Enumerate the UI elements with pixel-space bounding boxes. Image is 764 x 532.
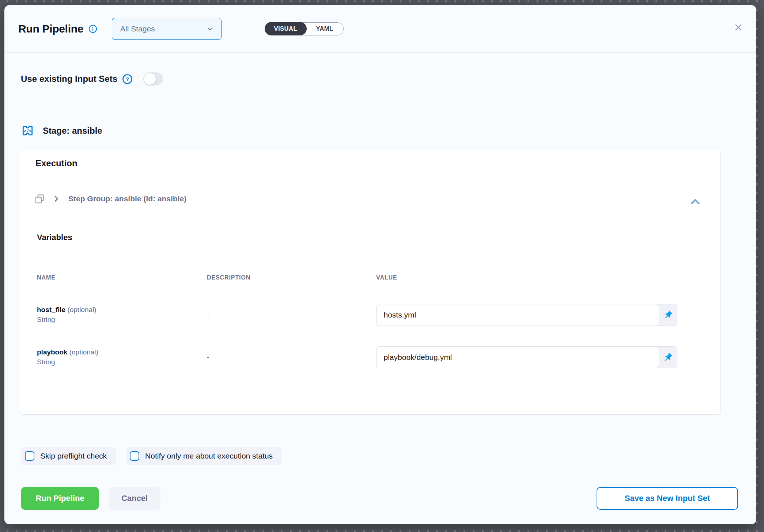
stage-selector-value: All Stages bbox=[120, 24, 155, 33]
tab-yaml[interactable]: YAML bbox=[306, 23, 343, 35]
skip-preflight-checkbox[interactable] bbox=[25, 451, 34, 461]
table-row: playbook (optional) String - bbox=[37, 346, 720, 389]
table-header-row: NAME DESCRIPTION VALUE bbox=[37, 274, 720, 281]
use-existing-input-sets-label: Use existing Input Sets bbox=[21, 74, 117, 84]
pin-input-type-button[interactable] bbox=[659, 304, 677, 326]
execution-options-row: Skip preflight check Notify only me abou… bbox=[21, 447, 282, 465]
playbook-input[interactable] bbox=[376, 346, 659, 368]
visual-yaml-toggle: VISUAL YAML bbox=[265, 22, 344, 35]
dialog-footer: Run Pipeline Cancel Save as New Input Se… bbox=[21, 487, 738, 510]
variable-type: String bbox=[37, 357, 207, 367]
skip-preflight-label: Skip preflight check bbox=[40, 452, 107, 460]
page-title: Run Pipeline bbox=[18, 23, 83, 35]
chevron-down-icon bbox=[206, 24, 215, 33]
variables-table: NAME DESCRIPTION VALUE host_file (option… bbox=[19, 274, 720, 389]
variable-name-cell: host_file (optional) String bbox=[37, 304, 207, 325]
svg-text:</>: </> bbox=[24, 129, 31, 134]
info-icon[interactable] bbox=[88, 24, 97, 33]
notify-only-me-checkbox[interactable] bbox=[130, 451, 139, 461]
variable-value-cell bbox=[376, 346, 720, 368]
svg-text:?: ? bbox=[126, 76, 129, 82]
stage-selector-dropdown[interactable]: All Stages bbox=[112, 18, 222, 40]
use-existing-input-sets-row: Use existing Input Sets ? bbox=[21, 60, 163, 98]
stage-title: Stage: ansible bbox=[43, 126, 102, 136]
cancel-button[interactable]: Cancel bbox=[109, 487, 160, 510]
host-file-input[interactable] bbox=[376, 304, 659, 326]
notify-only-me-option[interactable]: Notify only me about execution status bbox=[126, 447, 282, 465]
table-row: host_file (optional) String - bbox=[37, 304, 720, 346]
column-header-value: VALUE bbox=[376, 274, 720, 281]
step-group-row[interactable]: Step Group: ansible (Id: ansible) bbox=[34, 193, 186, 204]
collapse-section-button[interactable] bbox=[688, 195, 702, 209]
column-header-name: NAME bbox=[37, 274, 207, 281]
variable-description-cell: - bbox=[207, 346, 376, 361]
variable-name: playbook bbox=[37, 348, 67, 356]
variable-name-cell: playbook (optional) String bbox=[37, 346, 207, 367]
tab-visual[interactable]: VISUAL bbox=[265, 22, 307, 35]
save-as-new-input-set-button[interactable]: Save as New Input Set bbox=[597, 487, 738, 510]
execution-card: Execution Step Group: ansible (Id: ansib… bbox=[19, 150, 721, 415]
run-pipeline-button[interactable]: Run Pipeline bbox=[21, 487, 99, 510]
variable-value-cell bbox=[376, 304, 720, 326]
notify-only-me-label: Notify only me about execution status bbox=[145, 452, 273, 460]
pin-icon bbox=[663, 353, 673, 362]
variable-description-cell: - bbox=[207, 304, 376, 319]
help-icon[interactable]: ? bbox=[122, 74, 133, 84]
variable-name: host_file bbox=[37, 306, 65, 314]
stage-header-row: </> Stage: ansible bbox=[21, 124, 102, 137]
toggle-knob bbox=[144, 73, 156, 85]
chevron-up-icon bbox=[688, 195, 702, 209]
variable-type: String bbox=[37, 315, 207, 325]
input-sets-toggle-switch[interactable] bbox=[143, 72, 163, 86]
close-button[interactable] bbox=[733, 22, 744, 33]
skip-preflight-option[interactable]: Skip preflight check bbox=[21, 447, 116, 465]
value-input-group bbox=[376, 304, 677, 326]
step-group-icon bbox=[34, 193, 45, 204]
execution-title: Execution bbox=[35, 158, 77, 168]
pin-icon bbox=[663, 310, 673, 320]
column-header-description: DESCRIPTION bbox=[207, 274, 376, 281]
section-divider bbox=[17, 98, 744, 98]
variable-optional-tag: (optional) bbox=[67, 306, 96, 314]
stage-code-icon: </> bbox=[21, 124, 34, 137]
value-input-group bbox=[376, 346, 677, 368]
footer-divider bbox=[4, 471, 756, 471]
run-pipeline-dialog: Run Pipeline All Stages VISUAL YAML Use … bbox=[4, 5, 756, 524]
variable-optional-tag: (optional) bbox=[69, 348, 98, 356]
variables-title: Variables bbox=[37, 233, 72, 242]
close-icon bbox=[733, 22, 744, 33]
dialog-header: Run Pipeline All Stages VISUAL YAML bbox=[4, 5, 756, 53]
pin-input-type-button[interactable] bbox=[659, 347, 677, 368]
chevron-right-icon bbox=[52, 194, 61, 203]
step-group-label: Step Group: ansible (Id: ansible) bbox=[68, 194, 186, 203]
